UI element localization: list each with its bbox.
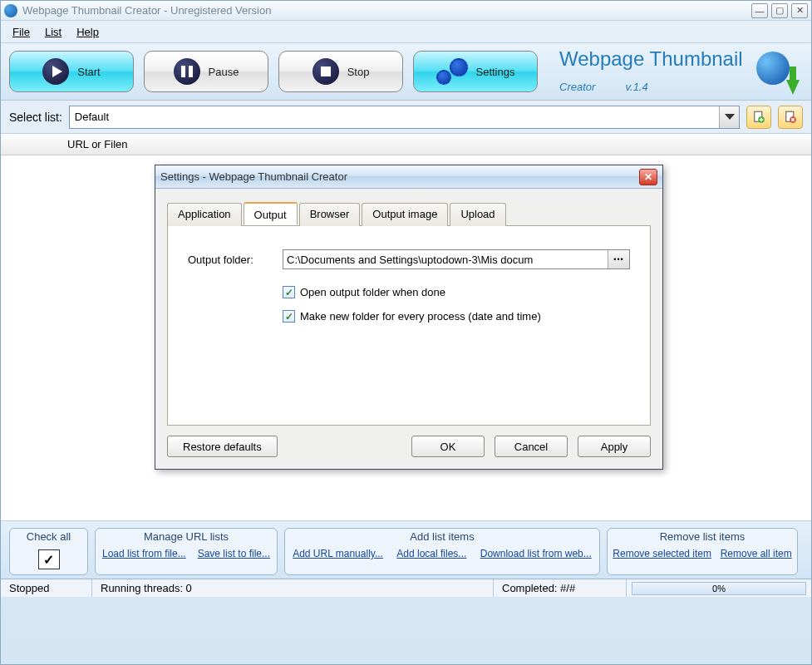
remove-title: Remove list items [608,529,797,544]
stop-icon [312,58,339,85]
manage-panel: Manage URL lists Load list from file... … [95,528,278,575]
download-list-link[interactable]: Download list from web... [480,548,592,561]
dialog-body: Application Output Browser Output image … [155,189,662,469]
remove-all-link[interactable]: Remove all item [721,548,792,561]
ok-button[interactable]: OK [411,436,485,457]
output-folder-label: Output folder: [188,254,271,266]
status-stopped: Stopped [1,579,92,597]
tab-upload[interactable]: Upload [450,203,505,226]
restore-defaults-button[interactable]: Restore defaults [167,436,278,457]
chevron-down-icon [719,106,739,128]
pause-icon [174,58,200,85]
open-folder-label: Open output folder when done [300,286,445,298]
output-folder-input[interactable] [283,250,608,268]
dialog-title: Settings - Webpage Thumbnail Creator [160,170,347,183]
output-folder-field-wrap: ••• [283,249,630,269]
output-folder-row: Output folder: ••• [188,249,630,269]
load-list-link[interactable]: Load list from file... [102,548,186,561]
status-completed: Completed: #/# [494,579,627,597]
tabstrip: Application Output Browser Output image … [167,202,651,226]
output-tab-pane: Output folder: ••• ✓ Open output folder … [167,226,651,426]
delete-list-button[interactable] [778,106,803,129]
browse-button[interactable]: ••• [608,250,629,268]
pause-button[interactable]: Pause [144,51,268,92]
main-titlebar: Webpage Thumbnail Creator - Unregistered… [1,1,811,21]
settings-button[interactable]: Settings [413,51,538,92]
minimize-button[interactable]: — [751,3,768,18]
brand-name: Webpage Thumbnail [559,47,743,71]
dialog-close-button[interactable]: ✕ [639,169,657,185]
window-controls: — ▢ ✕ [751,3,808,18]
select-list-value: Default [75,111,109,123]
checkbox-icon: ✓ [283,286,295,298]
manage-title: Manage URL lists [96,529,277,544]
new-list-button[interactable] [746,106,771,129]
add-title: Add list items [285,529,599,544]
tab-browser[interactable]: Browser [299,203,361,226]
check-all-panel: Check all ✓ [9,528,88,575]
settings-dialog: Settings - Webpage Thumbnail Creator ✕ A… [155,165,663,470]
start-label: Start [77,66,100,78]
status-threads: Running threads: 0 [92,579,494,597]
select-list-combo[interactable]: Default [69,106,740,129]
save-list-link[interactable]: Save list to file... [198,548,270,561]
app-icon [4,4,17,17]
remove-panel: Remove list items Remove selected item R… [607,528,798,575]
url-list-header: URL or Filen [1,134,811,155]
menu-help[interactable]: Help [71,24,104,40]
apply-button[interactable]: Apply [578,436,651,457]
gear-icon [436,57,468,86]
open-folder-checkbox-row[interactable]: ✓ Open output folder when done [283,286,630,298]
brand-version: v.1.4 [625,81,647,93]
play-icon [42,58,69,85]
menu-file[interactable]: File [7,24,35,40]
url-column-header: URL or Filen [67,138,127,150]
add-panel: Add list items Add URL manually... Add l… [284,528,600,575]
globe-download-icon [755,50,798,93]
dialog-titlebar: Settings - Webpage Thumbnail Creator ✕ [155,165,662,189]
new-folder-label: Make new folder for every process (date … [300,310,541,323]
dialog-button-row: Restore defaults OK Cancel Apply [167,426,651,457]
settings-label: Settings [476,66,515,78]
check-all-button[interactable]: ✓ [38,549,60,569]
stop-label: Stop [347,66,370,78]
statusbar: Stopped Running threads: 0 Completed: #/… [1,579,811,597]
document-delete-icon [783,110,798,125]
checkbox-icon: ✓ [283,310,295,323]
toolbar: Start Pause Stop Settings Webpage Thumbn… [1,42,811,101]
new-folder-checkbox-row[interactable]: ✓ Make new folder for every process (dat… [283,310,630,323]
close-button[interactable]: ✕ [791,3,808,18]
tab-output[interactable]: Output [244,202,298,225]
stop-button[interactable]: Stop [278,51,403,92]
tab-application[interactable]: Application [167,203,242,226]
add-url-link[interactable]: Add URL manually... [293,548,383,561]
bottom-panels: Check all ✓ Manage URL lists Load list f… [1,521,811,579]
check-all-title: Check all [10,529,87,544]
document-plus-icon [751,110,766,125]
remove-selected-link[interactable]: Remove selected item [613,548,711,561]
pause-label: Pause [209,66,239,78]
tab-output-image[interactable]: Output image [362,203,448,226]
app-brand: Webpage Thumbnail Creator v.1.4 [559,47,798,96]
select-list-label: Select list: [9,111,62,124]
menubar: File List Help [1,21,811,42]
maximize-button[interactable]: ▢ [771,3,788,18]
cancel-button[interactable]: Cancel [495,436,568,457]
menu-list[interactable]: List [40,24,66,40]
start-button[interactable]: Start [9,51,134,92]
select-list-row: Select list: Default [1,101,811,134]
main-title: Webpage Thumbnail Creator - Unregistered… [22,4,751,17]
status-progress: 0% [632,582,806,595]
add-local-link[interactable]: Add local files... [396,548,466,561]
brand-sub: Creator [559,81,595,93]
